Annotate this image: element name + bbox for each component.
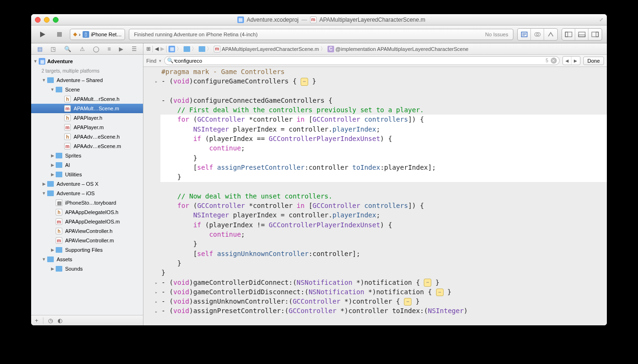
tree-item[interactable]: ▼Assets	[31, 255, 143, 264]
code-line[interactable]: continue;	[143, 230, 607, 239]
add-button[interactable]: +	[35, 317, 38, 324]
code-line[interactable]: ▸- (void)configureGameControllers { ⋯ }	[143, 76, 607, 86]
standard-editor-button[interactable]	[518, 29, 531, 40]
back-button[interactable]: ◀	[155, 46, 159, 52]
code-line[interactable]: ▸- (void)gameControllerDidConnect:(NSNot…	[143, 278, 607, 287]
tree-item[interactable]: hAPAAppDelegateIOS.h	[31, 207, 143, 217]
code-line[interactable]: }	[143, 172, 607, 182]
issue-nav-icon[interactable]: ⚠	[80, 46, 85, 52]
tree-item-label: APAPlayer.h	[74, 115, 102, 121]
jump-bar[interactable]: ⊞ ◀ ▶ ▦〉 〉 〉 m APAMultiplayerLayeredChar…	[143, 43, 607, 55]
tree-item[interactable]: ▼Scene	[31, 85, 143, 94]
code-line[interactable]: #pragma mark - Game Controllers	[143, 67, 607, 76]
tree-item-label: APAAdv…eScene.m	[74, 143, 121, 149]
code-line[interactable]: [self assignPresetController:controller …	[143, 163, 607, 172]
done-button[interactable]: Done	[583, 57, 604, 65]
toggle-navigator-button[interactable]	[562, 29, 575, 40]
stop-button[interactable]	[53, 29, 66, 40]
fold-toggle[interactable]: ▸	[153, 309, 158, 314]
code-line[interactable]: ▸- (void)assignPresetController:(GCContr…	[143, 306, 607, 315]
project-tree[interactable]: ▼ ▦ Adventure 2 targets, multiple platfo…	[31, 55, 143, 315]
find-next-button[interactable]: ▶	[571, 57, 580, 65]
related-items-icon[interactable]: ⊞	[146, 46, 151, 52]
version-editor-button[interactable]	[544, 29, 557, 40]
code-line[interactable]: }	[143, 268, 607, 277]
hfile-icon: h	[64, 133, 71, 140]
code-line[interactable]: NSInteger playerIndex = controller.playe…	[143, 210, 607, 220]
tree-item[interactable]: ▶Sprites	[31, 151, 143, 160]
tree-item[interactable]: ▶Adventure – OS X	[31, 179, 143, 189]
mfile-icon: m	[64, 105, 71, 112]
svg-marker-0	[40, 32, 45, 37]
code-line[interactable]: for (GCController *controller in [GCCont…	[143, 201, 607, 210]
tree-item[interactable]: mAPAAdv…eScene.m	[31, 141, 143, 151]
forward-button[interactable]: ▶	[160, 46, 164, 52]
code-line[interactable]: ▸- (void)gameControllerDidDisconnect:(NS…	[143, 287, 607, 297]
fold-toggle[interactable]: ▸	[153, 299, 158, 304]
tree-item[interactable]: ▶Supporting Files	[31, 245, 143, 255]
tree-item[interactable]: ▶Utilities	[31, 170, 143, 179]
find-input[interactable]	[164, 56, 559, 65]
mfile-icon: m	[214, 46, 220, 52]
code-line[interactable]: NSInteger playerIndex = controller.playe…	[143, 124, 607, 134]
tree-item[interactable]: hAPAMult…rScene.h	[31, 94, 143, 104]
code-line[interactable]: // First deal with the controllers previ…	[143, 105, 607, 115]
tree-item[interactable]: mAPAViewController.m	[31, 236, 143, 245]
device-icon: ▯	[83, 31, 89, 38]
fold-toggle[interactable]: ▸	[153, 290, 158, 294]
clear-search-button[interactable]: ✕	[551, 58, 557, 64]
code-line[interactable]: [self assignUnknownController:controller…	[143, 249, 607, 258]
tree-item[interactable]: ▤iPhoneSto…toryboard	[31, 198, 143, 207]
code-line[interactable]: if (playerIndex == GCControllerPlayerInd…	[143, 134, 607, 143]
debug-nav-icon[interactable]: ≡	[108, 46, 111, 52]
tree-item[interactable]: ▼Adventure – iOS	[31, 189, 143, 198]
breakpoint-nav-icon[interactable]: ▶	[119, 46, 123, 52]
code-line[interactable]: }	[143, 239, 607, 248]
code-line[interactable]	[143, 86, 607, 96]
code-line[interactable]: continue;	[143, 143, 607, 153]
code-line[interactable]: }	[143, 258, 607, 268]
minimize-button[interactable]	[44, 17, 50, 23]
fold-toggle[interactable]: ▸	[153, 280, 158, 285]
code-line[interactable]: // Now deal with the unset controllers.	[143, 191, 607, 201]
tree-item[interactable]: hAPAViewController.h	[31, 226, 143, 236]
code-line[interactable]: ▸- (void)assignUnknownController:(GCCont…	[143, 297, 607, 306]
tree-item[interactable]: ▶AI	[31, 160, 143, 170]
project-root[interactable]: ▼ ▦ Adventure	[31, 57, 143, 66]
tree-item[interactable]: hAPAPlayer.h	[31, 113, 143, 123]
code-line[interactable]: if (playerIndex != GCControllerPlayerInd…	[143, 220, 607, 230]
status-issues: No Issues	[485, 32, 508, 37]
scheme-selector[interactable]: ◆ › ▯ iPhone Ret…	[70, 29, 125, 40]
search-nav-icon[interactable]: 🔍	[64, 46, 71, 52]
tree-item[interactable]: mAPAAppDelegateIOS.m	[31, 217, 143, 226]
run-button[interactable]	[36, 29, 49, 40]
test-nav-icon[interactable]: ◯	[93, 46, 99, 52]
project-nav-icon[interactable]: ▤	[37, 46, 42, 52]
find-prev-button[interactable]: ◀	[563, 57, 571, 65]
filter-button[interactable]: ◐	[58, 317, 62, 324]
tree-item[interactable]: mAPAPlayer.m	[31, 123, 143, 132]
log-nav-icon[interactable]: ☰	[132, 46, 137, 52]
tree-item[interactable]: ▶Sounds	[31, 264, 143, 273]
toggle-debug-button[interactable]	[575, 29, 588, 40]
code-line[interactable]	[143, 182, 607, 191]
tree-item[interactable]: mAPAMult…Scene.m	[31, 104, 143, 113]
code-editor[interactable]: #pragma mark - Game Controllers▸- (void)…	[143, 67, 607, 325]
code-line[interactable]: for (GCController *controller in [GCCont…	[143, 115, 607, 124]
navigator: ▤ ◳ 🔍 ⚠ ◯ ≡ ▶ ☰ ▼ ▦ Adventure 2 targets,…	[31, 43, 143, 325]
recent-button[interactable]: ◷	[48, 317, 53, 324]
code-line[interactable]: }	[143, 153, 607, 163]
assistant-editor-button[interactable]	[531, 29, 544, 40]
close-button[interactable]	[35, 17, 41, 23]
zoom-button[interactable]	[53, 17, 59, 23]
toggle-utilities-button[interactable]	[588, 29, 602, 40]
svg-rect-11	[579, 35, 585, 37]
toolbar: ◆ › ▯ iPhone Ret… Finished running Adven…	[31, 25, 607, 43]
tree-item[interactable]: ▼Adventure – Shared	[31, 75, 143, 85]
symbol-nav-icon[interactable]: ◳	[50, 46, 56, 52]
fullscreen-icon[interactable]: ⤢	[599, 17, 603, 22]
fold-toggle[interactable]: ▸	[153, 79, 158, 83]
title-sep: —	[302, 17, 307, 23]
code-line[interactable]: - (void)configureConnectedGameController…	[143, 96, 607, 105]
tree-item[interactable]: hAPAAdv…eScene.h	[31, 132, 143, 141]
